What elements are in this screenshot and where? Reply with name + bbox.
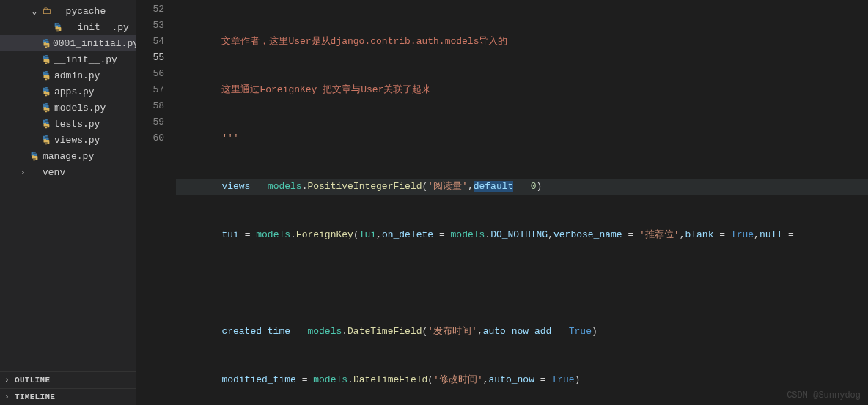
tree-item-__pycache__[interactable]: ⌄🗀__pycache__ [0, 3, 136, 19]
python-file-icon [40, 70, 53, 81]
tree-item-label: admin.py [53, 70, 100, 81]
line-number: 55 [136, 50, 164, 66]
tree-item-label: models.py [53, 103, 106, 114]
line-number: 54 [136, 34, 164, 50]
python-file-icon [51, 22, 65, 32]
tree-item-label: manage.py [41, 151, 94, 162]
chevron-right-icon: › [4, 393, 15, 401]
python-file-icon [40, 135, 53, 145]
code-comment: 文章作者，这里User是从django.contrib.auth.models导… [176, 36, 507, 47]
tree-item-venv[interactable]: ›venv [0, 164, 136, 180]
line-number: 52 [136, 1, 164, 18]
editor-area: 525354555657585960 文章作者，这里User是从django.c… [136, 0, 868, 405]
tree-item-label: views.py [53, 135, 100, 146]
file-tree: ⌄🗀__pycache____init__.py0001_initial.py_… [0, 0, 136, 371]
tree-item-label: venv [41, 167, 65, 178]
python-file-icon [40, 119, 53, 129]
tree-item-apps.py[interactable]: apps.py [0, 83, 136, 100]
tree-item-admin.py[interactable]: admin.py [0, 67, 136, 83]
chevron-icon: ⌄ [29, 5, 40, 17]
tree-item-label: __init__.py [65, 22, 129, 33]
line-number: 56 [136, 66, 164, 82]
line-number: 59 [136, 114, 164, 130]
python-file-icon [40, 54, 53, 64]
tree-item-__init__.py[interactable]: __init__.py [0, 19, 136, 35]
line-number: 60 [136, 130, 164, 146]
tree-item-__init__.py[interactable]: __init__.py [0, 51, 136, 67]
section-outline[interactable]: ›OUTLINE [0, 372, 136, 388]
tree-item-manage.py[interactable]: manage.py [0, 148, 136, 164]
tree-item-models.py[interactable]: models.py [0, 100, 136, 116]
tree-item-views.py[interactable]: views.py [0, 132, 136, 148]
tree-item-label: __init__.py [53, 54, 117, 65]
watermark: CSDN @Sunnydog [787, 390, 861, 401]
python-file-icon [40, 86, 53, 97]
tree-item-tests.py[interactable]: tests.py [0, 116, 136, 132]
chevron-right-icon: › [4, 376, 15, 384]
tree-item-label: tests.py [53, 119, 100, 130]
section-label: OUTLINE [15, 376, 50, 384]
chevron-icon: › [18, 167, 28, 178]
code-editor[interactable]: 525354555657585960 文章作者，这里User是从django.c… [136, 0, 868, 405]
python-file-icon [28, 151, 41, 161]
python-file-icon [40, 103, 53, 113]
section-label: TIMELINE [15, 393, 55, 401]
tree-item-label: __pycache__ [53, 6, 117, 17]
selected-text: default [474, 181, 514, 192]
code-line-current: views = models.PositiveIntegerField('阅读量… [176, 179, 868, 195]
folder-icon: 🗀 [40, 6, 53, 17]
python-file-icon [41, 38, 51, 48]
tree-item-0001_initial.py[interactable]: 0001_initial.py [0, 35, 136, 51]
code-docstring-end: ''' [176, 133, 239, 144]
tree-item-label: apps.py [53, 86, 95, 97]
section-timeline[interactable]: ›TIMELINE [0, 389, 136, 405]
line-gutter: 525354555657585960 [136, 0, 176, 405]
line-number: 58 [136, 98, 164, 114]
line-number: 53 [136, 18, 164, 34]
tree-item-label: 0001_initial.py [51, 38, 136, 49]
sidebar: ⌄🗀__pycache____init__.py0001_initial.py_… [0, 0, 136, 405]
code-comment: 这里通过ForeignKey 把文章与User关联了起来 [176, 84, 431, 95]
code-content[interactable]: 文章作者，这里User是从django.contrib.auth.models导… [176, 0, 868, 405]
line-number: 57 [136, 82, 164, 98]
